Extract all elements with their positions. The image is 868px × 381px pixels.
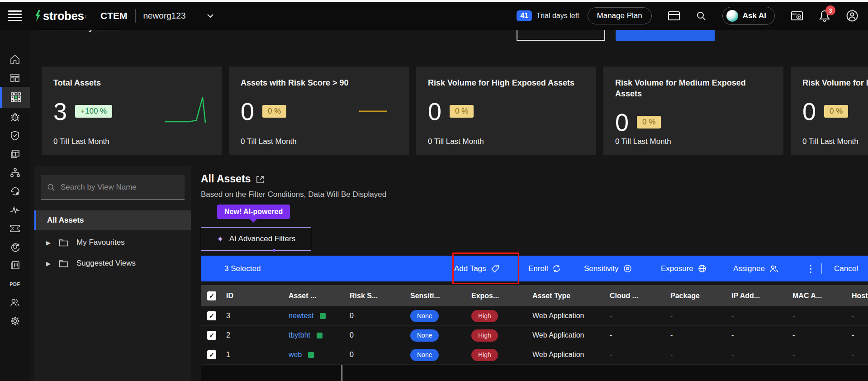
app-root: and Security Status strobes ˁ CTEM newor… bbox=[0, 0, 868, 381]
sidebar-item-activity[interactable] bbox=[0, 200, 30, 219]
sensitivity-action[interactable]: Sensitivity bbox=[584, 256, 632, 281]
gear-icon bbox=[10, 316, 20, 326]
home-icon bbox=[10, 54, 20, 64]
page-title: All Assets bbox=[201, 173, 251, 185]
assets-table: ✓ ID Asset ... Risk S... Sensiti... Expo… bbox=[201, 285, 868, 365]
product-name: CTEM bbox=[100, 10, 128, 21]
ai-button-dot bbox=[273, 249, 275, 252]
stat-value: 0 bbox=[802, 99, 816, 124]
sidebar-item-pentesting[interactable] bbox=[0, 238, 30, 256]
exposure-action[interactable]: Exposure bbox=[661, 256, 707, 281]
bug-icon bbox=[10, 112, 20, 122]
asset-name-link[interactable]: web bbox=[289, 351, 302, 359]
search-icon bbox=[47, 183, 55, 192]
sidebar-item-dashboards[interactable] bbox=[0, 68, 30, 87]
strobes-logo[interactable]: strobes ˁ bbox=[34, 9, 87, 23]
sidebar-item-automation[interactable] bbox=[0, 182, 30, 200]
page-subtitle: Based on the Filter Conditions, Data Wil… bbox=[201, 190, 386, 199]
sparkline-amber bbox=[358, 110, 388, 113]
profile-avatar-icon[interactable] bbox=[846, 10, 858, 22]
views-panel: All Assets ▶ My Favourites ▶ Suggested V… bbox=[34, 166, 191, 381]
stat-value: 0 bbox=[428, 99, 441, 124]
stat-card-medium-exposed: Risk Volume for Medium Exposed Assets 0 … bbox=[603, 67, 783, 155]
sensitivity-badge: None bbox=[410, 310, 439, 322]
sidebar-item-team[interactable] bbox=[0, 293, 30, 312]
report-kanban-icon bbox=[10, 260, 20, 271]
exposure-badge: High bbox=[471, 310, 498, 322]
shield-check-icon bbox=[10, 130, 20, 141]
sidebar-item-assets[interactable] bbox=[0, 87, 30, 108]
asset-name-link[interactable]: newtest bbox=[289, 312, 313, 320]
hierarchy-icon bbox=[10, 167, 20, 178]
asset-name-link[interactable]: tbytbht bbox=[289, 331, 310, 339]
row-checkbox[interactable]: ✓ bbox=[207, 311, 216, 320]
trial-days-label: Trial days left bbox=[536, 12, 579, 20]
shield-cycle-icon bbox=[10, 242, 20, 252]
cancel-selection-button[interactable]: Cancel bbox=[834, 256, 858, 281]
view-search-box[interactable] bbox=[41, 175, 185, 200]
enroll-action[interactable]: Enroll bbox=[528, 256, 561, 281]
delta-badge: +100 % bbox=[75, 105, 112, 118]
select-all-checkbox[interactable]: ✓ bbox=[207, 291, 216, 300]
sidebar-item-vulnerabilities[interactable] bbox=[0, 108, 30, 126]
ai-advanced-filters-button[interactable]: ✦ AI Advanced Filters bbox=[201, 227, 311, 251]
launch-icon[interactable] bbox=[256, 175, 265, 184]
left-nav-rail: PDF bbox=[0, 30, 30, 381]
more-actions-kebab-icon[interactable]: ⋮ bbox=[806, 256, 816, 281]
ask-ai-button[interactable]: Ask AI bbox=[722, 7, 775, 25]
table-header-row: ✓ ID Asset ... Risk S... Sensiti... Expo… bbox=[201, 285, 868, 306]
add-tags-action[interactable]: Add Tags bbox=[454, 256, 499, 281]
delta-badge: 0 % bbox=[262, 105, 286, 118]
billing-card-icon[interactable] bbox=[668, 11, 680, 20]
sidebar-item-compliance[interactable] bbox=[0, 126, 30, 145]
sensitivity-badge: None bbox=[410, 329, 439, 342]
sidebar-item-inventory[interactable] bbox=[0, 145, 30, 163]
strobes-bolt-icon bbox=[34, 10, 41, 22]
ai-sphere-icon bbox=[726, 10, 738, 22]
chevron-down-icon[interactable] bbox=[207, 14, 214, 18]
exposure-badge: High bbox=[471, 329, 498, 342]
hamburger-menu-icon[interactable] bbox=[8, 10, 22, 21]
sync-icon bbox=[552, 264, 561, 273]
top-bar: strobes ˁ CTEM neworg123 41 Trial days l… bbox=[0, 2, 868, 30]
table-row[interactable]: ✓ 1 web 0 None High Web Application - - … bbox=[201, 345, 868, 365]
inventory-table-icon bbox=[10, 149, 20, 159]
view-folder-suggested-views[interactable]: ▶ Suggested Views bbox=[34, 255, 191, 272]
stat-value: 0 bbox=[615, 110, 629, 134]
manage-plan-button[interactable]: Manage Plan bbox=[588, 7, 652, 24]
notifications-bell-icon[interactable]: 3 bbox=[819, 10, 830, 22]
sensitivity-badge: None bbox=[410, 349, 439, 361]
sidebar-item-attack-surface[interactable] bbox=[0, 163, 30, 182]
view-search-input[interactable] bbox=[61, 183, 178, 192]
org-selector-label[interactable]: neworg123 bbox=[143, 11, 185, 21]
globe-icon bbox=[698, 264, 707, 273]
table-row[interactable]: ✓ 3 newtest 0 None High Web Application … bbox=[201, 306, 868, 326]
sparkle-icon: ✦ bbox=[217, 234, 224, 244]
stat-card-high-exposed: Risk Volume for High Exposed Assets 0 0 … bbox=[416, 67, 596, 155]
stat-value: 3 bbox=[53, 99, 67, 124]
sidebar-item-tickets[interactable] bbox=[0, 219, 30, 238]
table-row[interactable]: ✓ 2 tbytbht 0 None High Web Application … bbox=[201, 326, 868, 345]
row-checkbox[interactable]: ✓ bbox=[207, 350, 216, 359]
assignee-users-icon bbox=[769, 265, 778, 273]
view-item-all-assets[interactable]: All Assets bbox=[34, 210, 191, 230]
stat-card-low-exposed: Risk Volume for Low Exposed Assets 0 0 %… bbox=[791, 67, 868, 155]
pdf-icon: PDF bbox=[9, 281, 20, 287]
assignee-action[interactable]: Assignee bbox=[733, 256, 778, 281]
tag-icon bbox=[491, 264, 499, 273]
sidebar-item-settings[interactable] bbox=[0, 312, 30, 330]
caret-right-icon: ▶ bbox=[46, 239, 51, 246]
search-icon[interactable] bbox=[696, 11, 706, 21]
stat-card-risk-score: Assets with Risk Score > 90 0 0 % 0 Till… bbox=[229, 67, 409, 155]
sidebar-item-pdf-export[interactable]: PDF bbox=[0, 275, 30, 293]
row-checkbox[interactable]: ✓ bbox=[207, 331, 216, 340]
sync-gear-icon bbox=[10, 186, 20, 196]
view-folder-my-favourites[interactable]: ▶ My Favourites bbox=[34, 234, 191, 251]
sidebar-item-home[interactable] bbox=[0, 50, 30, 68]
sidebar-item-reports[interactable] bbox=[0, 256, 30, 275]
asset-status-square bbox=[308, 352, 314, 358]
dashboard-icon bbox=[10, 73, 20, 83]
bulk-selection-bar: 3 Selected Add Tags Enroll Sensitivity E… bbox=[201, 256, 868, 281]
product-tour-icon[interactable] bbox=[791, 10, 803, 21]
users-icon bbox=[9, 298, 20, 308]
